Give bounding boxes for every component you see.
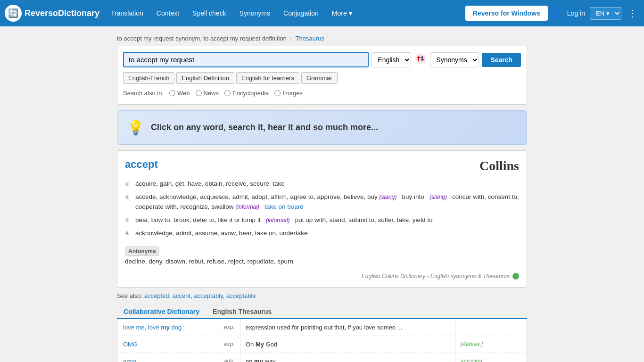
collins-logo: Collins bbox=[479, 158, 519, 173]
collab-term-2[interactable]: OMG bbox=[117, 336, 221, 353]
search-row: English Synonyms Search bbox=[123, 52, 521, 67]
tab-english-french[interactable]: English-French bbox=[123, 72, 174, 84]
see-also-accent[interactable]: accent bbox=[173, 292, 190, 299]
logo[interactable]: 🔄 ReversoDictionary bbox=[5, 5, 99, 22]
entry-list: ① acquire, gain, get, have, obtain, rece… bbox=[125, 179, 519, 238]
logo-text: ReversoDictionary bbox=[25, 8, 99, 18]
collab-tag-1 bbox=[456, 319, 527, 336]
green-dot-icon bbox=[512, 273, 519, 280]
collins-footer-text: English Collins Dictionary - English syn… bbox=[362, 273, 510, 280]
thesaurus-link[interactable]: Thesaurus bbox=[295, 35, 324, 42]
search-also-encyclopedia[interactable]: Encyclopedia bbox=[224, 90, 269, 97]
see-also: See also: accepted, accent, acceptably, … bbox=[117, 292, 527, 299]
synonym-type-dropdown[interactable]: Synonyms bbox=[430, 52, 479, 67]
tab-english-thesaurus[interactable]: English Thesaurus bbox=[206, 305, 278, 318]
search-also: Search also in: Web News Encyclopedia Im… bbox=[123, 88, 521, 99]
tab-grammar[interactable]: Grammar bbox=[301, 72, 338, 84]
nav-translation[interactable]: Translation bbox=[105, 6, 149, 21]
entry-2: ② accede, acknowledge, acquiesce, admit,… bbox=[125, 192, 519, 212]
search-also-news[interactable]: News bbox=[196, 90, 219, 97]
nav-right: 👤 Log in EN ▾ ⋮ bbox=[550, 7, 639, 20]
collab-tabs-header: Collaborative Dictionary English Thesaur… bbox=[117, 305, 527, 319]
collab-row-3: omw adv. on my way acronym, sms language bbox=[117, 353, 527, 362]
entry-1: ① acquire, gain, get, have, obtain, rece… bbox=[125, 179, 519, 189]
antonyms-text: decline, deny, disown, rebut, refuse, re… bbox=[125, 258, 519, 265]
antonyms-label: Antonyms bbox=[125, 247, 159, 256]
promo-text: Click on any word, search it, hear it an… bbox=[151, 123, 378, 132]
collins-card: accept Collins ① acquire, gain, get, hav… bbox=[117, 150, 527, 288]
nav-synonyms[interactable]: Synonyms bbox=[234, 6, 276, 21]
collab-def-1: expression used for pointing out that, i… bbox=[241, 319, 456, 336]
collab-term-3[interactable]: omw bbox=[117, 353, 221, 362]
user-icon: 👤 bbox=[550, 7, 562, 19]
collab-table: love me, love my dog exp. expression use… bbox=[117, 319, 527, 362]
collab-term-1[interactable]: love me, love my dog bbox=[117, 319, 221, 336]
collab-row-2: OMG exp. Oh My God [Abbrev.] bbox=[117, 336, 527, 353]
filter-tabs: English-French English Definition Englis… bbox=[123, 72, 521, 84]
informal-tag-1: (informal) bbox=[235, 204, 259, 210]
search-box: English Synonyms Search English-French E… bbox=[117, 46, 527, 105]
collab-tag-2: [Abbrev.] bbox=[456, 336, 527, 353]
language-selector[interactable]: EN ▾ bbox=[590, 7, 621, 20]
collab-type-2: exp. bbox=[221, 336, 241, 353]
swap-button[interactable] bbox=[414, 53, 427, 66]
entry-4: ④ acknowledge, admit, assume, avow, bear… bbox=[125, 229, 519, 238]
login-label[interactable]: Log in bbox=[567, 9, 585, 17]
see-also-label: See also: bbox=[117, 292, 142, 299]
tab-collaborative-dictionary[interactable]: Collaborative Dictionary bbox=[117, 305, 206, 319]
slang-tag-2: (slang) bbox=[429, 194, 447, 200]
promo-icon: 💡 bbox=[127, 119, 144, 136]
slang-tag-1: (slang) bbox=[380, 194, 397, 200]
see-also-accepted[interactable]: accepted bbox=[144, 292, 169, 299]
reverso-windows-button[interactable]: Reverso for Windows bbox=[465, 6, 548, 21]
more-options-icon[interactable]: ⋮ bbox=[626, 8, 639, 19]
main-content: to accept my request synonym, to accept … bbox=[117, 26, 527, 362]
nav-conjugation[interactable]: Conjugation bbox=[278, 6, 324, 21]
language-dropdown[interactable]: English bbox=[372, 52, 411, 67]
svg-point-0 bbox=[415, 53, 426, 64]
nav-more[interactable]: More ▾ bbox=[326, 6, 358, 21]
collab-row-1: love me, love my dog exp. expression use… bbox=[117, 319, 527, 336]
collab-tag-3: acronym, sms language bbox=[456, 353, 527, 362]
search-input[interactable] bbox=[123, 52, 369, 67]
navigation: 🔄 ReversoDictionary Translation Context … bbox=[0, 0, 644, 26]
breadcrumb-sep: | bbox=[290, 35, 293, 42]
nav-context[interactable]: Context bbox=[151, 6, 185, 21]
informal-tag-2: (informal) bbox=[266, 217, 290, 223]
collab-section: Collaborative Dictionary English Thesaur… bbox=[117, 305, 527, 362]
collins-header: accept Collins bbox=[125, 158, 519, 173]
collins-footer: English Collins Dictionary - English syn… bbox=[125, 269, 519, 280]
see-also-acceptably[interactable]: acceptably bbox=[194, 292, 223, 299]
breadcrumb: to accept my request synonym, to accept … bbox=[117, 31, 527, 46]
collab-type-1: exp. bbox=[221, 319, 241, 336]
search-also-web[interactable]: Web bbox=[169, 90, 190, 97]
see-also-acceptable[interactable]: acceptable bbox=[226, 292, 256, 299]
collab-def-3: on my way bbox=[241, 353, 456, 362]
swap-icon bbox=[415, 53, 426, 66]
breadcrumb-text: to accept my request synonym, to accept … bbox=[117, 35, 287, 42]
search-also-images[interactable]: Images bbox=[274, 90, 303, 97]
tab-english-definition[interactable]: English Definition bbox=[176, 72, 234, 84]
collins-word[interactable]: accept bbox=[125, 158, 158, 171]
logo-icon: 🔄 bbox=[5, 5, 22, 22]
collab-type-3: adv. bbox=[221, 353, 241, 362]
collab-def-2: Oh My God bbox=[241, 336, 456, 353]
tab-english-learners[interactable]: English for learners bbox=[236, 72, 299, 84]
nav-spell-check[interactable]: Spell check bbox=[187, 6, 232, 21]
search-also-label: Search also in: bbox=[123, 90, 164, 97]
entry-3: ③ bear, bow to, brook, defer to, like it… bbox=[125, 215, 519, 225]
search-button[interactable]: Search bbox=[482, 53, 521, 67]
promo-banner: 💡 Click on any word, search it, hear it … bbox=[117, 110, 527, 145]
take-on-board[interactable]: take on board bbox=[264, 203, 304, 210]
